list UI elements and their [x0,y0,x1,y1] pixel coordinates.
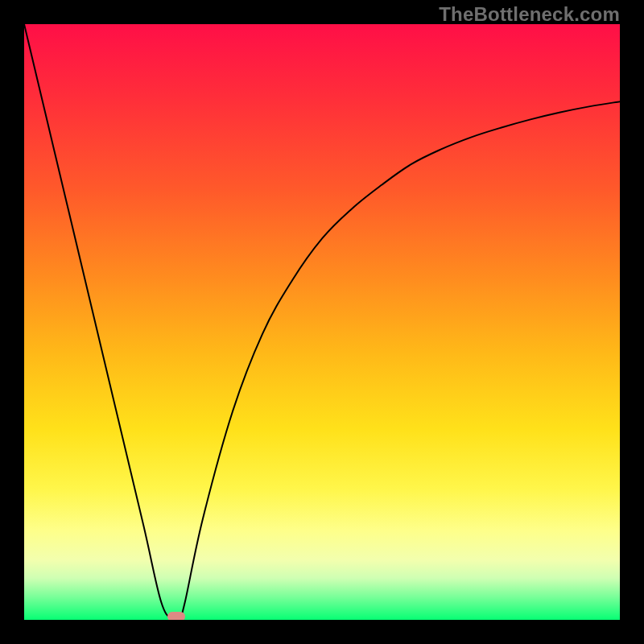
watermark-label: TheBottleneck.com [439,3,620,26]
plot-area [24,24,620,620]
bottleneck-curve [24,24,620,620]
chart-frame: TheBottleneck.com [0,0,644,644]
minimum-marker [167,612,185,620]
